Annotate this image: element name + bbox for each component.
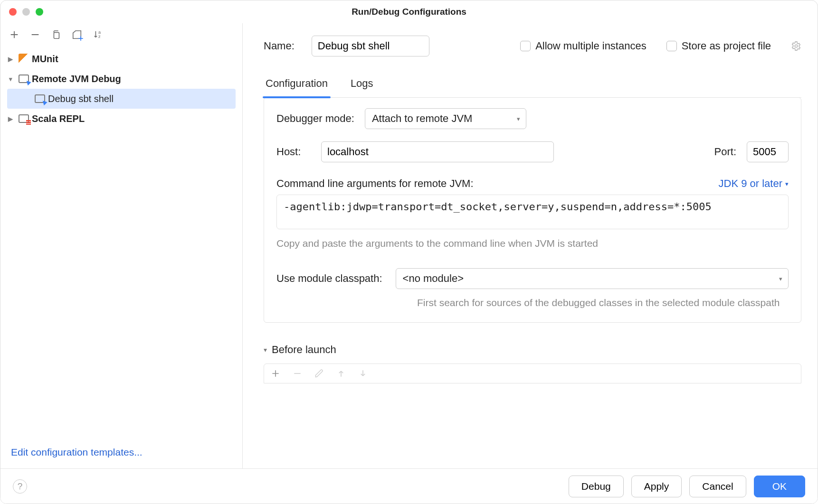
cmd-args-field[interactable]: -agentlib:jdwp=transport=dt_socket,serve… [276, 195, 789, 229]
sidebar: az ▶ MUnit ▾ Remote JVM Debug Debug sbt … [0, 23, 243, 468]
chevron-down-icon: ▾ [5, 75, 16, 83]
chevron-down-icon: ▾ [785, 180, 789, 187]
svg-rect-0 [54, 32, 59, 38]
before-launch-toggle[interactable]: ▾ Before launch [264, 344, 801, 356]
ok-button[interactable]: OK [754, 476, 805, 497]
store-as-project-label: Store as project file [682, 40, 771, 52]
svg-point-3 [795, 45, 798, 47]
module-classpath-value: <no module> [403, 272, 464, 285]
name-label: Name: [264, 40, 295, 52]
munit-icon [19, 54, 29, 64]
tree-item-label: Scala REPL [32, 113, 85, 124]
edit-templates-link[interactable]: Edit configuration templates... [11, 447, 143, 457]
module-classpath-hint: First search for sources of the debugged… [417, 296, 789, 310]
tree-item-label: Remote JVM Debug [32, 74, 121, 84]
dialog-footer: ? Debug Apply Cancel OK [0, 468, 818, 504]
config-tabs: Configuration Logs [264, 72, 801, 98]
module-classpath-label: Use module classpath: [276, 272, 382, 285]
tree-item-munit[interactable]: ▶ MUnit [0, 49, 242, 69]
move-up-button[interactable] [336, 369, 346, 378]
checkbox-icon [666, 41, 677, 51]
chevron-right-icon: ▶ [5, 56, 16, 63]
titlebar: Run/Debug Configurations [0, 0, 818, 23]
checkbox-icon [520, 41, 531, 51]
tree-item-label: MUnit [32, 54, 58, 65]
sort-config-button[interactable]: az [93, 29, 103, 40]
tree-item-label: Debug sbt shell [48, 93, 114, 104]
content: Name: Allow multiple instances Store as … [243, 23, 818, 468]
chevron-down-icon: ▾ [779, 275, 782, 282]
sidebar-toolbar: az [0, 23, 242, 46]
tab-configuration[interactable]: Configuration [264, 72, 330, 97]
window-title: Run/Debug Configurations [0, 7, 818, 17]
svg-text:z: z [98, 34, 101, 39]
port-input[interactable] [747, 141, 789, 162]
name-input[interactable] [312, 36, 429, 56]
chevron-down-icon: ▾ [517, 115, 520, 122]
add-config-button[interactable] [9, 29, 19, 40]
allow-multiple-checkbox[interactable]: Allow multiple instances [520, 40, 647, 52]
apply-button[interactable]: Apply [631, 476, 682, 497]
remote-jvm-icon [19, 75, 29, 83]
scala-repl-icon [19, 114, 29, 123]
tab-logs[interactable]: Logs [349, 72, 375, 97]
debug-button[interactable]: Debug [569, 476, 624, 497]
help-button[interactable]: ? [13, 479, 27, 494]
move-down-button[interactable] [358, 369, 368, 378]
host-input[interactable] [321, 141, 554, 162]
port-label: Port: [714, 146, 736, 158]
cmd-args-label: Command line arguments for remote JVM: [276, 177, 474, 190]
before-launch-section: ▾ Before launch [264, 344, 801, 383]
config-tree: ▶ MUnit ▾ Remote JVM Debug Debug sbt she… [0, 46, 242, 439]
allow-multiple-label: Allow multiple instances [535, 40, 647, 52]
chevron-right-icon: ▶ [5, 115, 16, 122]
tree-item-debug-sbt-shell[interactable]: Debug sbt shell [7, 89, 236, 109]
add-task-button[interactable] [271, 369, 280, 378]
tree-item-remote-jvm[interactable]: ▾ Remote JVM Debug [0, 69, 242, 89]
save-config-button[interactable] [72, 29, 82, 40]
store-as-project-checkbox[interactable]: Store as project file [666, 40, 771, 52]
jdk-link-label: JDK 9 or later [719, 177, 783, 190]
cancel-button[interactable]: Cancel [689, 476, 746, 497]
cmd-args-hint: Copy and paste the arguments to the comm… [276, 238, 789, 249]
module-classpath-select[interactable]: <no module> ▾ [396, 268, 789, 289]
chevron-down-icon: ▾ [264, 346, 267, 354]
remove-task-button[interactable] [293, 369, 302, 378]
copy-config-button[interactable] [51, 29, 61, 40]
debugger-mode-value: Attach to remote JVM [372, 112, 473, 125]
configuration-panel: Debugger mode: Attach to remote JVM ▾ Ho… [264, 97, 801, 323]
gear-icon[interactable] [791, 41, 801, 51]
tree-item-scala-repl[interactable]: ▶ Scala REPL [0, 109, 242, 129]
edit-task-button[interactable] [314, 369, 324, 378]
jdk-version-dropdown[interactable]: JDK 9 or later ▾ [719, 177, 789, 190]
debugger-mode-select[interactable]: Attach to remote JVM ▾ [365, 108, 526, 129]
remove-config-button[interactable] [30, 29, 40, 40]
remote-jvm-icon [35, 94, 45, 103]
before-launch-toolbar [264, 364, 801, 383]
host-label: Host: [276, 146, 311, 158]
before-launch-label: Before launch [272, 344, 336, 356]
debugger-mode-label: Debugger mode: [276, 112, 354, 125]
